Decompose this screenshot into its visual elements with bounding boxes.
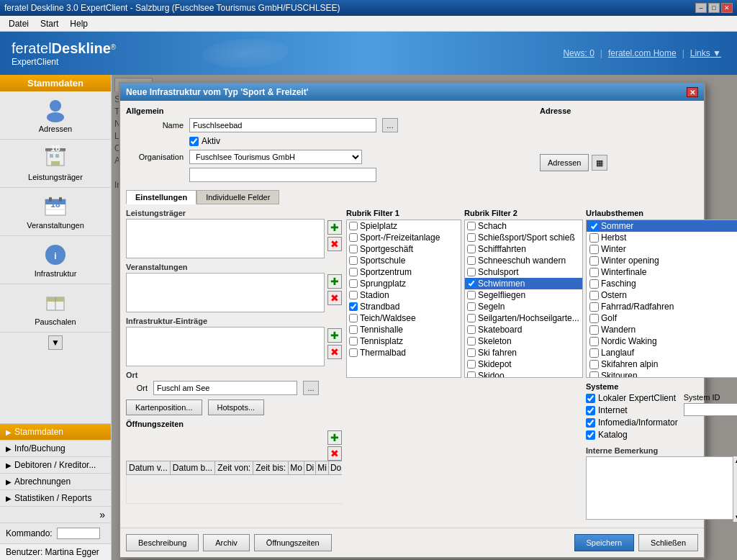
rubrik2-item-schifffahrten[interactable]: Schifffahrten — [465, 243, 582, 255]
systeme-infomedia-cb[interactable] — [586, 418, 595, 428]
rubrik1-item-tennisplatz[interactable]: Tennisplatz — [347, 335, 461, 347]
sidebar-item-pauschalen[interactable]: Pauschalen — [0, 284, 111, 333]
veranstaltungen-add-btn[interactable]: ✚ — [327, 274, 342, 289]
rubrik1-item-sportschule[interactable]: Sportschule — [347, 255, 461, 266]
sidebar-item-adressen[interactable]: Adressen — [0, 91, 111, 140]
rubrik2-list[interactable]: Schach Schießsport/Sport schieß Schifffa… — [464, 220, 583, 378]
rubrik2-item-schach[interactable]: Schach — [465, 220, 582, 232]
rubrik1-item-tennishalle[interactable]: Tennishalle — [347, 324, 461, 335]
aktiv-checkbox-label[interactable]: Aktiv — [189, 136, 220, 146]
aktiv-checkbox[interactable] — [189, 137, 199, 146]
veranstaltungen-remove-btn[interactable]: ✖ — [327, 291, 342, 305]
btn-speichern[interactable]: Speichern — [574, 534, 635, 551]
rubrik1-item-sportzentrum[interactable]: Sportzentrum — [347, 266, 461, 278]
btn-archiv[interactable]: Archiv — [203, 534, 250, 551]
leistungstraeger-remove-btn[interactable]: ✖ — [327, 237, 342, 251]
urlaub-item-langlauf[interactable]: Langlauf — [587, 347, 737, 358]
offnung-remove-btn[interactable]: ✖ — [327, 446, 342, 461]
interne-scrollbar[interactable]: ▲ ▼ — [733, 456, 737, 522]
map-btn[interactable]: Kartenposition... — [126, 399, 202, 415]
urlaub-item-skitouren[interactable]: Skitouren — [587, 370, 737, 378]
rubrik1-item-strandbad[interactable]: Strandbad — [347, 301, 461, 312]
rubrik2-item-skifahren[interactable]: Ski fahren — [465, 347, 582, 358]
urlaub-item-nordic-waking[interactable]: Nordic Waking — [587, 335, 737, 347]
sidebar-item-leistungstraeger[interactable]: 18 Leistungsträger — [0, 140, 111, 188]
interne-textarea[interactable] — [586, 456, 737, 520]
rubrik2-item-skidepot[interactable]: Skidepot — [465, 358, 582, 370]
infrastruktur-remove-btn[interactable]: ✖ — [327, 345, 342, 359]
nav-info-buchung[interactable]: ▶ Info/Buchung — [0, 441, 111, 457]
sidebar-item-infrastruktur[interactable]: i Infrastruktur — [0, 236, 111, 284]
name-browse-btn[interactable]: … — [382, 118, 398, 132]
rubrik2-item-schulsport[interactable]: Schulsport — [465, 266, 582, 278]
adresse-icon-btn[interactable]: ▦ — [592, 155, 607, 171]
rubrik2-item-segelfliegen[interactable]: Segelfliegen — [465, 289, 582, 301]
window-controls[interactable]: – □ ✕ — [695, 3, 733, 13]
org-extra-input[interactable] — [189, 168, 376, 182]
urlaub-item-skifahren-alpin[interactable]: Skifahren alpin — [587, 358, 737, 370]
rubrik1-item-spielplatz[interactable]: Spielplatz — [347, 220, 461, 232]
nav-debitoren[interactable]: ▶ Debitoren / Kreditor... — [0, 457, 111, 474]
urlaub-item-winter-opening[interactable]: Winter opening — [587, 255, 737, 266]
sidebar-item-veranstaltungen[interactable]: 18 Veranstaltungen — [0, 188, 111, 236]
urlaub-item-fahrrad[interactable]: Fahrrad/Radfahren — [587, 301, 737, 312]
urlaub-item-sommer[interactable]: Sommer — [587, 220, 737, 232]
urlaub-item-herbst[interactable]: Herbst — [587, 232, 737, 243]
rubrik1-item-sprungplatz[interactable]: Sprungplatz — [347, 278, 461, 289]
rubrik2-item-skeleton[interactable]: Skeleton — [465, 335, 582, 347]
rubrik2-item-skidoo[interactable]: Skidoo — [465, 370, 582, 378]
menu-datei[interactable]: Datei — [3, 17, 35, 30]
rubrik2-item-segeln[interactable]: Segeln — [465, 301, 582, 312]
rubrik2-item-schiessen[interactable]: Schießsport/Sport schieß — [465, 232, 582, 243]
rubrik1-item-sportgeschaeft[interactable]: Sportgeschäft — [347, 243, 461, 255]
systeme-internet-cb[interactable] — [586, 406, 595, 415]
menu-help[interactable]: Help — [64, 17, 94, 30]
name-input[interactable] — [189, 118, 376, 132]
rubrik2-item-schneeschuh[interactable]: Schneeschuh wandern — [465, 255, 582, 266]
sidebar-scroll-down[interactable]: ▼ — [48, 335, 63, 350]
minimize-btn[interactable]: – — [695, 3, 707, 13]
urlaub-item-wandern[interactable]: Wandern — [587, 324, 737, 335]
rubrik2-item-seilgarten[interactable]: Seilgarten/Hochseilgarte... — [465, 312, 582, 324]
urlaub-item-ostern[interactable]: Ostern — [587, 289, 737, 301]
maximize-btn[interactable]: □ — [708, 3, 720, 13]
tab-einstellungen[interactable]: Einstellungen — [126, 190, 196, 204]
close-btn[interactable]: ✕ — [721, 3, 733, 13]
menu-start[interactable]: Start — [35, 17, 64, 30]
nav-statistiken[interactable]: ▶ Statistiken / Reports — [0, 490, 111, 507]
organisation-select[interactable]: Fuschlsee Tourismus GmbH — [189, 150, 362, 164]
news-link[interactable]: News: 0 — [559, 47, 598, 60]
home-link[interactable]: feratel.com Home — [604, 47, 681, 60]
systeme-katalog-cb[interactable] — [586, 430, 595, 440]
ort-browse-btn[interactable]: … — [303, 381, 319, 395]
urlaub-item-golf[interactable]: Golf — [587, 312, 737, 324]
links-link[interactable]: Links ▼ — [686, 47, 725, 60]
system-id-input[interactable] — [684, 403, 737, 416]
rubrik1-item-thermalbad[interactable]: Thermalbad — [347, 347, 461, 358]
urlaub-item-fasching[interactable]: Fasching — [587, 278, 737, 289]
rubrik1-list[interactable]: Spielplatz Sport-/Freizeitanlage Sportge… — [346, 220, 461, 378]
btn-offnungszeiten[interactable]: Öffnungszeiten — [254, 534, 332, 551]
dialog-close-btn[interactable]: ✕ — [687, 87, 698, 97]
offnung-add-btn[interactable]: ✚ — [327, 430, 342, 445]
nav-expand[interactable]: » — [99, 509, 105, 520]
infrastruktur-add-btn[interactable]: ✚ — [327, 328, 342, 343]
ort-input[interactable] — [153, 381, 297, 395]
rubrik1-item-teich[interactable]: Teich/Waldsee — [347, 312, 461, 324]
rubrik1-item-sportfreizeit[interactable]: Sport-/Freizeitanlage — [347, 232, 461, 243]
nav-abrechnungen[interactable]: ▶ Abrechnungen — [0, 474, 111, 490]
urlaub-list[interactable]: Sommer Herbst Winter Winter opening Wint… — [586, 220, 737, 378]
rubrik2-item-schwimmen[interactable]: Schwimmen — [465, 278, 582, 289]
rubrik1-item-stadion[interactable]: Stadion — [347, 289, 461, 301]
rubrik2-item-skateboard[interactable]: Skateboard — [465, 324, 582, 335]
leistungstraeger-add-btn[interactable]: ✚ — [327, 220, 342, 235]
systeme-lokaler-cb[interactable] — [586, 394, 595, 403]
kommando-input[interactable] — [57, 528, 100, 539]
nav-stammdaten[interactable]: ▶ Stammdaten — [0, 424, 111, 441]
adresse-btn[interactable]: Adressen — [540, 154, 589, 171]
urlaub-item-winterfinale[interactable]: Winterfinale — [587, 266, 737, 278]
tab-individuelle[interactable]: Individuelle Felder — [196, 190, 279, 204]
hotspot-btn[interactable]: Hotspots... — [208, 399, 265, 415]
btn-schliessen[interactable]: Schließen — [638, 534, 698, 551]
btn-beschreibung[interactable]: Beschreibung — [126, 534, 199, 551]
